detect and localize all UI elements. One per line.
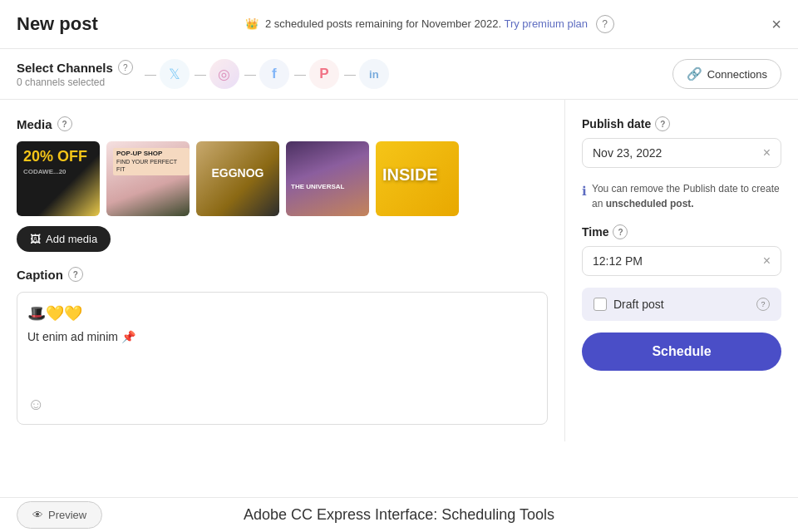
caption-emoji-bar: ☺ <box>27 388 537 414</box>
facebook-channel-icon[interactable]: f <box>259 59 289 89</box>
pinterest-channel-icon[interactable]: P <box>309 59 339 89</box>
draft-help-icon[interactable]: ? <box>756 298 770 311</box>
publish-date-info: ℹ You can remove the Publish date to cre… <box>582 181 781 211</box>
thumb-4-label: THE UNIVERSAL <box>291 183 344 191</box>
preview-icon: 👁 <box>32 509 43 521</box>
notice-text: 2 scheduled posts remaining for November… <box>265 17 501 30</box>
time-input[interactable]: 12:12 PM × <box>582 246 781 276</box>
page-title: New post <box>17 13 98 35</box>
add-media-icon: 🖼 <box>30 233 41 245</box>
publish-date-section: Publish date ? Nov 23, 2022 × <box>582 116 781 168</box>
bottom-title: Adobe CC Express Interface: Scheduling T… <box>244 506 554 524</box>
right-panel: Publish date ? Nov 23, 2022 × ℹ You can … <box>565 100 798 441</box>
time-value: 12:12 PM <box>593 254 763 268</box>
media-thumb-1[interactable]: 20% Off CodaWe...20 <box>17 141 100 216</box>
channel-dash: — <box>294 67 306 81</box>
channel-item-twitter: — 𝕏 <box>145 59 190 89</box>
caption-section-title: Caption ? <box>17 267 548 282</box>
publish-date-value: Nov 23, 2022 <box>593 146 763 160</box>
linkedin-channel-icon[interactable]: in <box>359 59 389 89</box>
caption-section: Caption ? 🎩💛💛 Ut enim ad minim 📌 ☺ <box>17 267 548 425</box>
media-help-icon[interactable]: ? <box>57 116 72 131</box>
channel-dash: — <box>344 67 356 81</box>
schedule-button[interactable]: Schedule <box>582 332 781 371</box>
info-text: You can remove the Publish date to creat… <box>592 181 781 211</box>
media-label: Media <box>17 117 52 131</box>
connections-icon: 🔗 <box>687 66 702 81</box>
channel-item-pinterest: — P <box>294 59 339 89</box>
media-thumb-5[interactable]: INSIDE <box>376 141 459 216</box>
clear-time-button[interactable]: × <box>763 254 771 268</box>
left-panel: Media ? 20% Off CodaWe...20 POP-UP SHOPF… <box>0 100 565 441</box>
thumb-2-label: POP-UP SHOPFIND YOUR PERFECT FIT <box>113 148 190 175</box>
caption-box[interactable]: 🎩💛💛 Ut enim ad minim 📌 ☺ <box>17 292 548 425</box>
channel-item-facebook: — f <box>244 59 289 89</box>
notice-help-icon[interactable]: ? <box>596 15 614 33</box>
publish-date-text: Publish date <box>582 117 651 131</box>
add-media-button[interactable]: 🖼 Add media <box>17 226 111 252</box>
caption-emoji-line: 🎩💛💛 <box>27 303 537 325</box>
time-text: Time <box>582 225 608 239</box>
channels-label-group: Select Channels ? 0 channels selected <box>17 60 145 88</box>
clear-date-button[interactable]: × <box>763 145 771 160</box>
channels-selected-text: 0 channels selected <box>17 76 145 88</box>
draft-row[interactable]: Draft post ? <box>582 288 781 321</box>
channel-item-linkedin: — in <box>344 59 389 89</box>
channels-row: Select Channels ? 0 channels selected — … <box>0 49 798 100</box>
channel-dash: — <box>244 67 256 81</box>
publish-date-help-icon[interactable]: ? <box>655 116 670 131</box>
bottom-bar: 👁 Preview Adobe CC Express Interface: Sc… <box>0 497 798 532</box>
instagram-channel-icon[interactable]: ◎ <box>209 59 239 89</box>
caption-content: 🎩💛💛 Ut enim ad minim 📌 <box>27 303 537 346</box>
publish-date-input[interactable]: Nov 23, 2022 × <box>582 138 781 168</box>
close-button[interactable]: × <box>771 15 781 34</box>
time-help-icon[interactable]: ? <box>613 224 628 239</box>
media-thumb-3[interactable]: EGGNOG <box>196 141 279 216</box>
info-bold-text: unscheduled post. <box>606 198 694 209</box>
media-thumb-4[interactable]: THE UNIVERSAL <box>286 141 369 216</box>
connections-label: Connections <box>707 68 767 81</box>
info-icon: ℹ <box>582 182 587 201</box>
channel-dash: — <box>195 67 206 81</box>
caption-text[interactable]: Ut enim ad minim 📌 <box>27 328 537 346</box>
emoji-picker-icon[interactable]: ☺ <box>27 395 44 414</box>
preview-button[interactable]: 👁 Preview <box>17 501 102 529</box>
time-label: Time ? <box>582 224 781 239</box>
channel-dash: — <box>145 67 156 81</box>
media-section-title: Media ? <box>17 116 548 131</box>
media-grid: 20% Off CodaWe...20 POP-UP SHOPFIND YOUR… <box>17 141 548 216</box>
caption-help-icon[interactable]: ? <box>68 267 83 282</box>
premium-link[interactable]: Try premium plan <box>504 17 588 30</box>
header-notice: 👑 2 scheduled posts remaining for Novemb… <box>98 15 762 33</box>
publish-date-label: Publish date ? <box>582 116 781 131</box>
draft-label: Draft post <box>613 298 750 311</box>
media-thumb-2[interactable]: POP-UP SHOPFIND YOUR PERFECT FIT <box>106 141 190 216</box>
connections-button[interactable]: 🔗 Connections <box>672 59 781 89</box>
thumb-5-label: INSIDE <box>382 165 438 185</box>
channels-label-row: Select Channels ? <box>17 60 145 75</box>
main-content: Media ? 20% Off CodaWe...20 POP-UP SHOPF… <box>0 100 798 441</box>
header: New post 👑 2 scheduled posts remaining f… <box>0 0 798 49</box>
caption-label: Caption <box>17 268 63 282</box>
channels-label: Select Channels <box>17 61 113 75</box>
preview-label: Preview <box>48 509 86 521</box>
thumb-1-label: 20% Off CodaWe...20 <box>23 148 87 175</box>
channels-list: — 𝕏 — ◎ — f — P — in <box>145 59 672 89</box>
channel-item-instagram: — ◎ <box>195 59 239 89</box>
crown-icon: 👑 <box>245 17 259 30</box>
thumb-3-label: EGGNOG <box>196 166 279 180</box>
draft-checkbox[interactable] <box>594 298 607 311</box>
add-media-label: Add media <box>46 233 97 245</box>
twitter-channel-icon[interactable]: 𝕏 <box>160 59 190 89</box>
channels-help-icon[interactable]: ? <box>118 60 133 75</box>
